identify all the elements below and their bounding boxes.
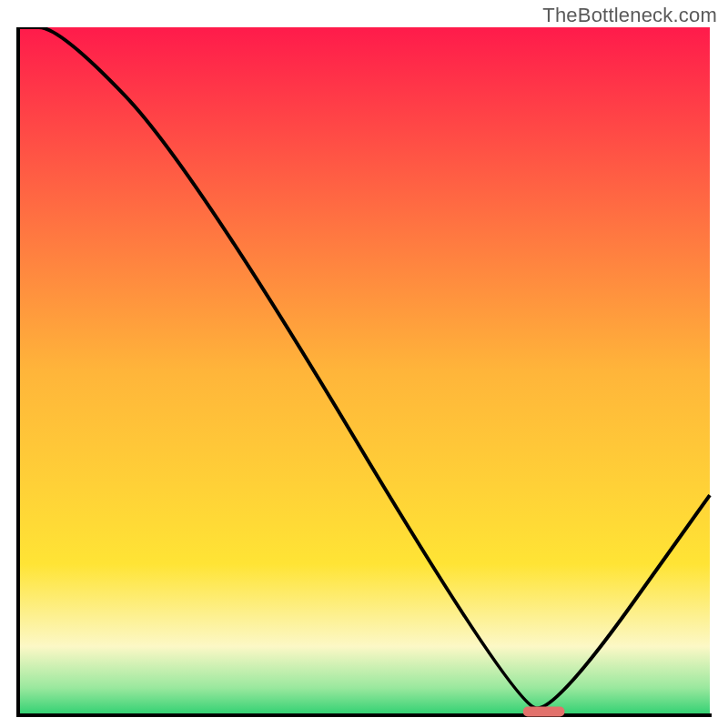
min-marker (523, 706, 565, 716)
gradient-background (18, 27, 710, 715)
chart-container: TheBottleneck.com (0, 0, 728, 728)
plot-svg (15, 27, 713, 719)
bottleneck-plot (15, 27, 713, 719)
watermark-text: TheBottleneck.com (542, 4, 717, 27)
